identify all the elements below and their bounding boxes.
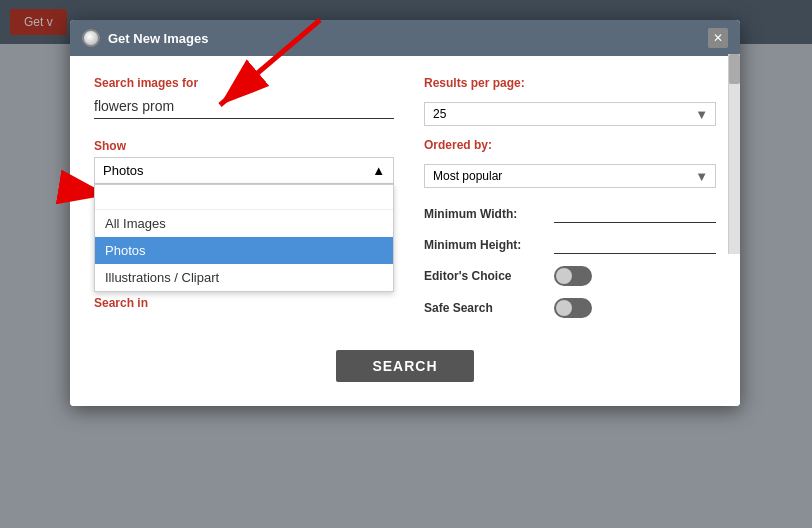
results-per-page-row: Results per page: (424, 76, 716, 90)
safe-search-thumb (556, 300, 572, 316)
search-button[interactable]: SEARCH (336, 350, 473, 382)
results-select-wrapper: 25 50 75 100 ▼ (424, 102, 716, 126)
show-label-row: Show (94, 139, 394, 153)
editors-choice-row: Editor's Choice (424, 266, 716, 286)
dropdown-item-illustrations[interactable]: Illustrations / Clipart (95, 264, 393, 291)
ordered-by-row: Ordered by: (424, 138, 716, 152)
dropdown-search-input[interactable] (95, 185, 393, 210)
dropdown-item-photos[interactable]: Photos (95, 237, 393, 264)
editors-choice-thumb (556, 268, 572, 284)
show-label: Show (94, 139, 126, 153)
search-input[interactable] (94, 94, 394, 119)
show-dropdown[interactable]: Photos ▲ All Images Photos Illustrations… (94, 157, 394, 184)
ordered-select-wrapper: Most popular Latest Oldest ▼ (424, 164, 716, 188)
show-selected-value: Photos (103, 163, 143, 178)
safe-search-row: Safe Search (424, 298, 716, 318)
search-button-row: SEARCH (94, 350, 716, 382)
scrollbar-thumb (729, 54, 740, 84)
safe-search-toggle[interactable] (554, 298, 592, 318)
show-dropdown-list: All Images Photos Illustrations / Clipar… (94, 184, 394, 292)
modal-close-button[interactable]: ✕ (708, 28, 728, 48)
modal-scrollbar[interactable] (728, 54, 740, 254)
min-height-input[interactable] (554, 235, 716, 254)
modal-header-left: Get New Images (82, 29, 208, 47)
editors-choice-track (554, 266, 592, 286)
modal-columns: Search images for Show Photos ▲ All Imag… (94, 76, 716, 330)
modal-body: Search images for Show Photos ▲ All Imag… (70, 56, 740, 406)
editors-choice-label: Editor's Choice (424, 269, 554, 283)
dropdown-item-all-images[interactable]: All Images (95, 210, 393, 237)
show-dropdown-arrow: ▲ (372, 163, 385, 178)
search-in-label: Search in (94, 296, 394, 310)
search-label: Search images for (94, 76, 394, 90)
results-select[interactable]: 25 50 75 100 (424, 102, 716, 126)
editors-choice-toggle[interactable] (554, 266, 592, 286)
search-field-group: Search images for (94, 76, 394, 119)
right-column: Results per page: 25 50 75 100 ▼ Ordered… (424, 76, 716, 330)
modal-header: Get New Images ✕ (70, 20, 740, 56)
min-height-row: Minimum Height: (424, 235, 716, 254)
min-height-label: Minimum Height: (424, 238, 554, 252)
ordered-select[interactable]: Most popular Latest Oldest (424, 164, 716, 188)
modal-title: Get New Images (108, 31, 208, 46)
ordered-label: Ordered by: (424, 138, 554, 152)
min-width-label: Minimum Width: (424, 207, 554, 221)
modal-icon (82, 29, 100, 47)
show-dropdown-header[interactable]: Photos ▲ (94, 157, 394, 184)
modal-dialog: Get New Images ✕ Search images for Show … (70, 20, 740, 406)
results-label: Results per page: (424, 76, 554, 90)
min-width-input[interactable] (554, 204, 716, 223)
left-column: Search images for Show Photos ▲ All Imag… (94, 76, 394, 330)
safe-search-label: Safe Search (424, 301, 554, 315)
safe-search-track (554, 298, 592, 318)
min-width-row: Minimum Width: (424, 204, 716, 223)
